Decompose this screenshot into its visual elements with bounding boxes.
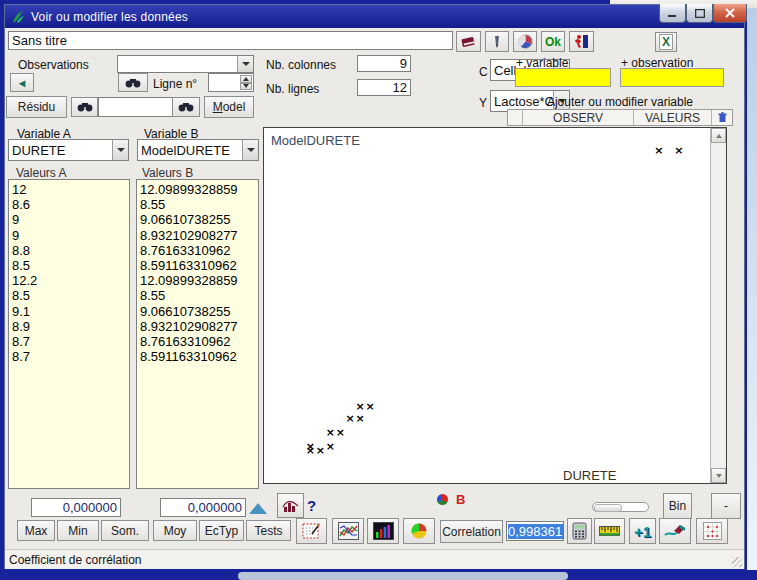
dropdown-arrow-icon[interactable] xyxy=(242,140,258,160)
variable-b-value: ModelDURETE xyxy=(138,143,242,158)
resize-grip[interactable] xyxy=(732,557,742,567)
exit-button[interactable] xyxy=(569,31,594,52)
stat-result-b[interactable]: 0,000000 xyxy=(160,498,246,517)
list-item[interactable]: 9 xyxy=(9,228,129,243)
list-item[interactable]: 8.591163310962 xyxy=(137,258,258,273)
list-item[interactable]: 12.09899328859 xyxy=(137,182,258,197)
list-item[interactable]: 8.55 xyxy=(137,288,258,303)
slider-thumb[interactable] xyxy=(594,504,622,512)
dot-grid-icon xyxy=(703,522,722,540)
histogram-button[interactable] xyxy=(277,493,304,518)
stat-result-a[interactable]: 0,000000 xyxy=(31,498,121,517)
list-item[interactable]: 8.5 xyxy=(9,288,129,303)
dropdown-arrow-icon[interactable] xyxy=(237,56,253,72)
search-residu-button[interactable] xyxy=(71,97,98,117)
residu-button[interactable]: Résidu xyxy=(6,96,67,118)
back-button[interactable]: ◄ xyxy=(10,73,34,92)
spin-up-icon[interactable] xyxy=(240,75,252,83)
calculator-button[interactable] xyxy=(567,518,592,544)
stat-button-max[interactable]: Max xyxy=(17,520,55,541)
maximize-button[interactable] xyxy=(686,4,713,23)
bar-chart-icon xyxy=(373,522,394,540)
correlation-value: 0,998361 xyxy=(508,524,564,539)
list-item[interactable]: 8.9 xyxy=(9,319,129,334)
add-observation-input[interactable] xyxy=(620,68,724,87)
search-model-button[interactable] xyxy=(172,97,200,117)
list-item[interactable]: 8.6 xyxy=(9,197,129,212)
list-item[interactable]: 9.1 xyxy=(9,304,129,319)
variable-a-dropdown[interactable]: DURETE xyxy=(8,139,129,161)
residu-input[interactable] xyxy=(98,97,173,117)
ligne-spinner[interactable] xyxy=(208,73,254,92)
next-observation-button[interactable]: +1 xyxy=(629,518,656,544)
list-item[interactable]: 8.591163310962 xyxy=(137,349,258,364)
search-line-button[interactable] xyxy=(118,73,148,92)
list-item[interactable]: 8.7 xyxy=(9,334,129,349)
observations-dropdown[interactable] xyxy=(117,55,254,73)
bin-button[interactable]: Bin xyxy=(663,493,692,519)
variable-b-dropdown[interactable]: ModelDURETE xyxy=(137,139,259,161)
eraser-icon xyxy=(664,523,686,539)
list-item[interactable]: 12.09899328859 xyxy=(137,273,258,288)
correlation-button[interactable]: Correlation xyxy=(440,520,503,543)
help-label[interactable]: ? xyxy=(307,497,316,514)
dot-grid-button[interactable] xyxy=(696,518,728,544)
minus-button[interactable]: - xyxy=(711,493,741,519)
stat-button-tests[interactable]: Tests xyxy=(246,520,291,541)
list-item[interactable]: 8.76163310962 xyxy=(137,243,258,258)
delete-column-button[interactable] xyxy=(712,110,732,125)
add-variable-input[interactable] xyxy=(515,68,611,87)
list-item[interactable]: 8.932102908277 xyxy=(137,228,258,243)
notebook-button[interactable] xyxy=(456,31,481,52)
spinner-buttons[interactable] xyxy=(240,75,252,90)
model-button[interactable]: Model xyxy=(204,96,254,118)
spin-down-icon[interactable] xyxy=(240,83,252,91)
list-item[interactable]: 8.932102908277 xyxy=(137,319,258,334)
expand-arrow-button[interactable] xyxy=(249,503,267,514)
bar-chart-button[interactable] xyxy=(367,518,399,544)
dropdown-arrow-icon[interactable] xyxy=(112,140,128,160)
list-item[interactable]: 8.55 xyxy=(137,197,258,212)
screen: Voir ou modifier les données Sans titre … xyxy=(0,0,757,580)
color-wheel-button[interactable] xyxy=(513,31,537,52)
pen-button[interactable] xyxy=(485,31,509,52)
title-bar[interactable]: Voir ou modifier les données xyxy=(5,5,744,28)
valeurs-header: VALEURS xyxy=(634,110,712,125)
data-table-header: OBSERV VALEURS xyxy=(507,109,733,126)
ruler-button[interactable] xyxy=(594,518,625,544)
grid-edit-button[interactable] xyxy=(296,518,327,544)
line-chart-button[interactable] xyxy=(332,518,364,544)
excel-export-button[interactable]: X xyxy=(655,32,677,52)
stat-button-som[interactable]: Som. xyxy=(101,520,149,541)
size-slider[interactable] xyxy=(592,502,649,512)
stat-button-moy[interactable]: Moy xyxy=(153,520,197,541)
nb-colonnes-value: 9 xyxy=(357,55,411,72)
pie-chart-button[interactable] xyxy=(403,518,435,544)
list-item[interactable]: 8.8 xyxy=(9,243,129,258)
excel-icon: X xyxy=(659,34,673,50)
scatter-plot-area[interactable]: ModelDURETE DURETE ×××××××××××× xyxy=(264,128,711,483)
minimize-button[interactable] xyxy=(659,4,686,23)
list-item[interactable]: 8.76163310962 xyxy=(137,334,258,349)
stat-button-min[interactable]: Min xyxy=(57,520,99,541)
valeurs-a-list[interactable]: 128.6998.88.512.28.59.18.98.78.7 xyxy=(8,179,130,489)
list-item[interactable]: 8.5 xyxy=(9,258,129,273)
scroll-up-button[interactable] xyxy=(711,128,726,143)
list-item[interactable]: 9.06610738255 xyxy=(137,212,258,227)
valeurs-a-label: Valeurs A xyxy=(16,166,66,180)
close-button[interactable] xyxy=(713,4,747,23)
correlation-value-field[interactable]: 0,998361 xyxy=(506,521,564,541)
list-item[interactable]: 12 xyxy=(9,182,129,197)
list-item[interactable]: 12.2 xyxy=(9,273,129,288)
stat-button-ectyp[interactable]: EcTyp xyxy=(199,520,244,541)
list-item[interactable]: 9 xyxy=(9,212,129,227)
scroll-down-button[interactable] xyxy=(711,468,726,483)
filename-input[interactable]: Sans titre xyxy=(8,31,453,50)
ok-button[interactable]: Ok xyxy=(541,31,565,52)
plot-scrollbar[interactable] xyxy=(710,128,726,483)
plus-one-label: +1 xyxy=(634,523,651,540)
valeurs-b-list[interactable]: 12.098993288598.559.066107382558.9321029… xyxy=(136,179,259,489)
list-item[interactable]: 9.06610738255 xyxy=(137,304,258,319)
eraser-button[interactable] xyxy=(659,518,691,544)
list-item[interactable]: 8.7 xyxy=(9,349,129,364)
